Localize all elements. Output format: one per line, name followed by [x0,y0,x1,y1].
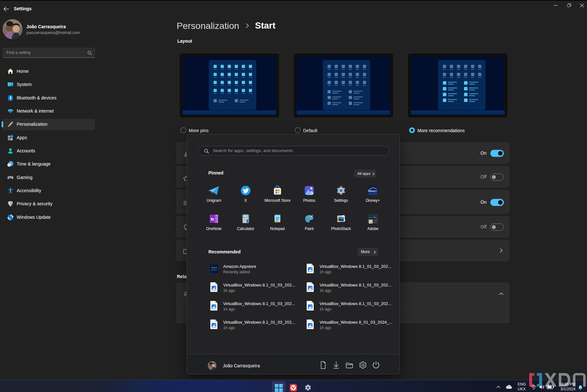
svg-text:Disney+: Disney+ [368,189,377,192]
svg-text:amazon: amazon [211,267,217,268]
svg-text:Lr: Lr [370,216,372,218]
svg-text:Ps: Ps [374,216,377,218]
svg-text:N: N [211,217,214,222]
svg-text:appstore: appstore [211,269,217,271]
